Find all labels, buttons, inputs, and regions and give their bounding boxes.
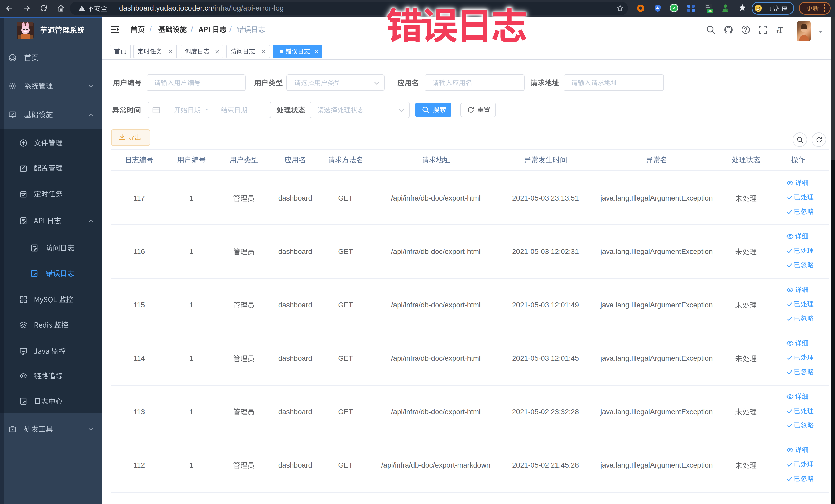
svg-text:on: on bbox=[709, 9, 712, 12]
svg-text:T: T bbox=[776, 29, 779, 34]
